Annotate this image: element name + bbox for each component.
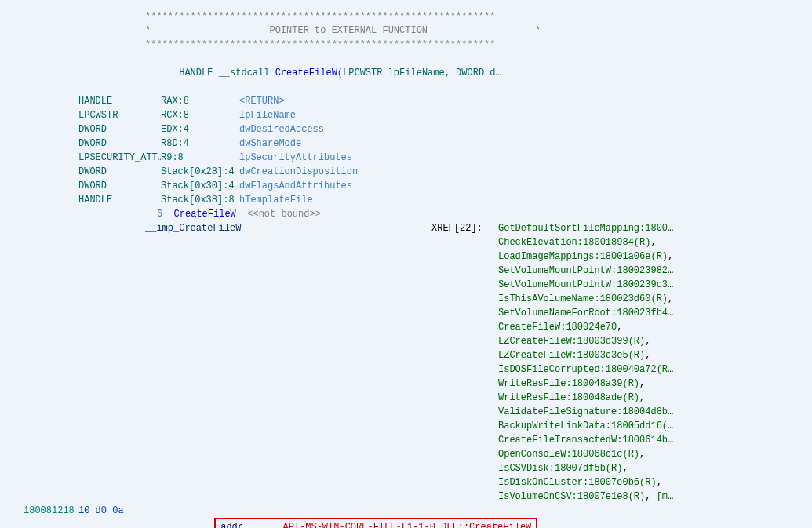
param-name: dwDesiredAccess	[239, 122, 788, 137]
param-storage: Stack[0x38]:8	[161, 193, 239, 207]
address: 180081218	[24, 504, 78, 528]
xref-count-tag: XREF[22]:	[431, 223, 482, 234]
xref-item[interactable]: WriteResFile:180048a39(R),	[498, 377, 675, 391]
param-type: DWORD	[78, 165, 161, 179]
param-name: <RETURN>	[239, 94, 788, 108]
operand[interactable]: API-MS-WIN-CORE-FILE-L1-1-0.DLL::CreateF…	[282, 522, 531, 528]
param-storage: RAX:8	[161, 94, 239, 108]
signature-func-name: CreateFileW	[275, 67, 337, 78]
section-title: * POINTER to EXTERNAL FUNCTION *	[24, 24, 788, 38]
param-row: DWORDEDX:4dwDesiredAccess	[24, 122, 788, 137]
xref-item[interactable]: IsDiskOnCluster:18007e0b6(R),	[498, 475, 675, 490]
xref-item[interactable]: CreateFileTransactedW:1800614b8(R)…	[498, 433, 675, 447]
xref-item[interactable]: CheckElevation:180018984(R),	[498, 235, 675, 249]
imp-label[interactable]: __imp_CreateFileW	[145, 223, 241, 234]
xref-item[interactable]: IsVolumeOnCSV:18007e1e8(R), [more]	[498, 490, 675, 504]
xref-item[interactable]: IsThisAVolumeName:180023d60(R),	[498, 292, 675, 306]
xref-item[interactable]: LoadImageMappings:18001a06e(R),	[498, 249, 675, 264]
xref-item[interactable]: BackupWriteLinkData:18005dd16(R),	[498, 419, 675, 433]
param-type: HANDLE	[78, 94, 161, 108]
highlighted-instruction[interactable]: addr API-MS-WIN-CORE-FILE-L1-1-0.DLL::Cr…	[214, 518, 537, 528]
param-row: LPCWSTRRCX:8lpFileName	[24, 108, 788, 122]
param-name: lpFileName	[239, 108, 788, 122]
param-storage: RCX:8	[161, 108, 239, 122]
separator-bottom: ****************************************…	[24, 38, 788, 52]
bytes-line-1: 10 d0 0a	[78, 504, 180, 528]
param-row: HANDLERAX:8<RETURN>	[24, 94, 788, 108]
function-signature: HANDLE __stdcall CreateFileW(LPCWSTR lpF…	[24, 52, 788, 94]
xref-item[interactable]: ValidateFileSignature:18004d8b9(R)…	[498, 405, 675, 419]
param-storage: EDX:4	[161, 122, 239, 137]
xref-item[interactable]: IsDOSFileCorrupted:180040a72(R),	[498, 362, 675, 377]
param-storage: Stack[0x30]:4	[161, 179, 239, 193]
xref-item[interactable]: IsCSVDisk:18007df5b(R),	[498, 461, 675, 475]
xref-item[interactable]: OpenConsoleW:180068c1c(R),	[498, 447, 675, 461]
parameters-block: HANDLERAX:8<RETURN>LPCWSTRRCX:8lpFileNam…	[24, 94, 788, 207]
param-row: DWORDR8D:4dwShareMode	[24, 137, 788, 151]
param-name: dwCreationDisposition	[239, 165, 788, 179]
param-storage: R9:8	[161, 151, 239, 165]
listing-view: ****************************************…	[24, 9, 788, 528]
param-type: DWORD	[78, 122, 161, 137]
param-row: LPSECURITY_ATT…R9:8lpSecurityAttributes	[24, 151, 788, 165]
xref-item[interactable]: CreateFileW:180024e70,	[498, 320, 675, 334]
separator-top: ****************************************…	[24, 9, 788, 24]
param-row: DWORDStack[0x30]:4dwFlagsAndAttributes	[24, 179, 788, 193]
ordinal-number: 6	[157, 209, 162, 220]
param-type: DWORD	[78, 179, 161, 193]
param-type: HANDLE	[78, 193, 161, 207]
xref-list: GetDefaultSortFileMapping:18000b……CheckE…	[498, 221, 788, 504]
xref-more-link[interactable]: [more]	[657, 491, 675, 502]
xref-item[interactable]: WriteResFile:180048ade(R),	[498, 391, 675, 405]
xref-item[interactable]: SetVolumeMountPointW:1800239c3(R)…	[498, 278, 675, 292]
param-name: hTemplateFile	[239, 193, 788, 207]
xref-item[interactable]: GetDefaultSortFileMapping:18000b……	[498, 221, 675, 235]
param-type: LPCWSTR	[78, 108, 161, 122]
signature-params: (LPCWSTR lpFileName, DWORD d…	[337, 67, 501, 78]
xref-item[interactable]: LZCreateFileW:18003c3e5(R),	[498, 348, 675, 362]
param-name: lpSecurityAttributes	[239, 151, 788, 165]
param-storage: Stack[0x28]:4	[161, 165, 239, 179]
address-row: 180081218 10 d0 0a addr API-MS-WIN-CORE-…	[24, 504, 788, 528]
signature-prefix: HANDLE __stdcall	[179, 67, 275, 78]
param-row: DWORDStack[0x28]:4dwCreationDisposition	[24, 165, 788, 179]
xref-item[interactable]: SetVolumeNameForRoot:180023fb4(R)…	[498, 306, 675, 320]
param-type: LPSECURITY_ATT…	[78, 151, 161, 165]
xref-item[interactable]: LZCreateFileW:18003c399(R),	[498, 334, 675, 348]
param-storage: R8D:4	[161, 137, 239, 151]
thunk-name: CreateFileW	[174, 209, 236, 220]
not-bound-tag: <<not bound>>	[247, 209, 321, 220]
param-type: DWORD	[78, 137, 161, 151]
xref-block: __imp_CreateFileW XREF[22]: GetDefaultSo…	[24, 221, 788, 504]
param-name: dwShareMode	[239, 137, 788, 151]
param-row: HANDLEStack[0x38]:8hTemplateFile	[24, 193, 788, 207]
param-name: dwFlagsAndAttributes	[239, 179, 788, 193]
xref-item[interactable]: SetVolumeMountPointW:180023982(R)…	[498, 264, 675, 278]
mnemonic: addr	[220, 522, 243, 528]
